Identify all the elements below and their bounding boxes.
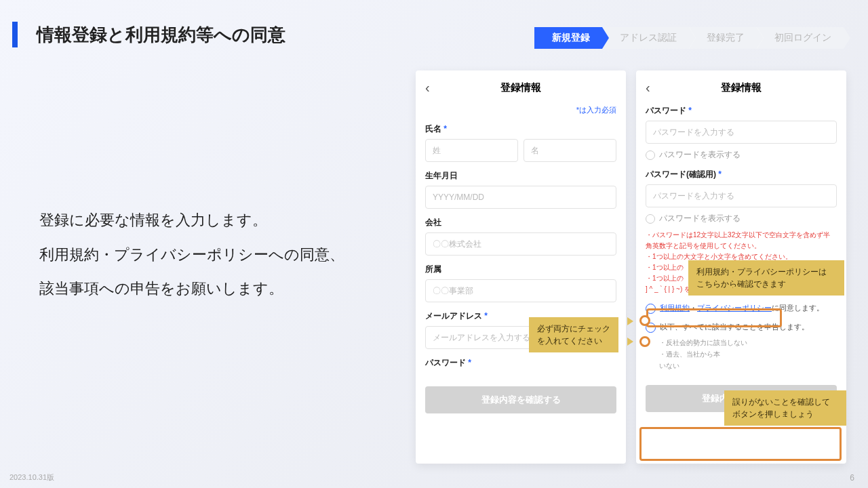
label-password: パスワード * <box>425 357 616 369</box>
label-dept: 所属 <box>425 264 616 275</box>
page-title: 情報登録と利用規約等への同意 <box>37 23 285 47</box>
input-firstname[interactable] <box>524 139 616 162</box>
step-verify: アドレス認証 <box>602 27 689 49</box>
footer-version: 2023.10.31版 <box>9 472 54 483</box>
phone-title: 登録情報 <box>500 81 541 94</box>
phone-title: 登録情報 <box>721 81 762 94</box>
body-line1: 登録に必要な情報を入力します。 <box>39 203 344 238</box>
page-number: 6 <box>850 473 854 483</box>
arrow-icon <box>627 338 633 346</box>
highlight-button <box>639 427 842 461</box>
highlight-terms <box>646 308 782 327</box>
step-register: 新規登録 <box>534 27 602 49</box>
back-icon[interactable]: ‹ <box>646 80 650 96</box>
phone-left: ‹ 登録情報 *は入力必須 氏名 * 生年月日 会社 所属 メールアドレス * … <box>416 70 626 464</box>
body-line2: 利用規約・プライバシーポリシーへの同意、 <box>39 238 344 272</box>
label-dob: 生年月日 <box>425 170 616 182</box>
input-dob[interactable] <box>425 186 616 209</box>
radio-icon <box>646 214 655 224</box>
callout-terms: 利用規約・プライバシーポリシーはこちらから確認できます <box>688 260 844 296</box>
highlight-circle <box>639 315 650 326</box>
input-lastname[interactable] <box>425 139 518 162</box>
label-password-confirm: パスワード(確認用) * <box>646 169 837 180</box>
arrow-icon <box>732 287 742 293</box>
declare-list: ・反社会的勢力に該当しない ・過去、当社から本 いない <box>659 337 837 371</box>
label-company: 会社 <box>425 217 616 228</box>
label-name: 氏名 * <box>425 123 616 135</box>
phone-header: ‹ 登録情報 <box>425 81 616 94</box>
highlight-circle <box>639 336 650 347</box>
body-text: 登録に必要な情報を入力します。 利用規約・プライバシーポリシーへの同意、 該当事… <box>39 203 344 306</box>
show-password-toggle[interactable]: パスワードを表示する <box>646 149 837 161</box>
required-note: *は入力必須 <box>425 105 616 115</box>
callout-check-both: 必ず両方にチェックを入れてください <box>529 317 618 352</box>
step-complete: 登録完了 <box>689 27 757 49</box>
arrow-icon <box>778 417 788 424</box>
show-password-toggle2[interactable]: パスワードを表示する <box>646 213 837 224</box>
radio-icon <box>646 150 655 160</box>
step-login: 初回ログイン <box>757 27 844 49</box>
phone-header: ‹ 登録情報 <box>646 81 837 94</box>
accent-bar <box>12 22 18 47</box>
back-icon[interactable]: ‹ <box>425 80 430 96</box>
confirm-button[interactable]: 登録内容を確認する <box>425 386 616 413</box>
input-password-confirm[interactable] <box>646 184 837 207</box>
arrow-icon <box>627 317 633 325</box>
body-line3: 該当事項への申告をお願いします。 <box>39 272 344 306</box>
input-password[interactable] <box>646 121 837 144</box>
input-company[interactable] <box>425 232 616 256</box>
label-password: パスワード * <box>646 105 837 117</box>
input-dept[interactable] <box>425 279 616 302</box>
progress-steps: 新規登録 アドレス認証 登録完了 初回ログイン <box>534 27 844 49</box>
